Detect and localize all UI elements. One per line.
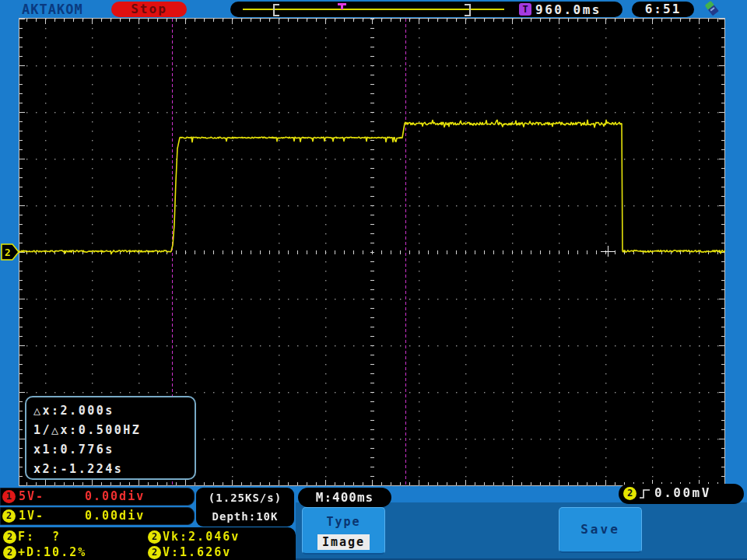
meas-vk: Vk:2.046v — [163, 530, 240, 544]
cursor-x2-value: x2:-1.224s — [33, 460, 195, 479]
sample-rate: (1.25KS/s) — [196, 488, 294, 506]
rising-edge-icon — [639, 488, 651, 500]
meas-vk-badge: 2 — [148, 530, 161, 544]
save-button[interactable]: Save — [559, 507, 642, 553]
cursor-freq-value: 1/△x:0.500HZ — [33, 421, 195, 440]
meas-v-badge: 2 — [148, 546, 161, 559]
oscilloscope-screen: { "header": { "brand": "AKTAKOM", "run_s… — [0, 0, 747, 560]
measurements-box: 2F: ? 2Vk:2.046v 2+D:10.2% 2V:1.626v — [0, 527, 296, 560]
ch1-scale: 5V- — [19, 489, 44, 503]
cursor-dx-value: △x:2.000s — [33, 401, 195, 421]
window-left-bracket-icon — [273, 4, 279, 16]
meas-frequency: F: ? — [18, 530, 61, 544]
memory-depth: Depth:10K — [196, 506, 294, 525]
window-right-bracket-icon — [465, 4, 471, 16]
svg-text:2: 2 — [5, 247, 11, 258]
ch2-badge: 2 — [2, 509, 16, 523]
usb-disk-icon — [702, 0, 722, 18]
trigger-time-value: 960.0ms — [535, 2, 601, 17]
type-button[interactable]: Type Image — [302, 507, 385, 555]
ch2-status-row: 2 1V- 0.00div — [0, 507, 195, 525]
ch1-position: 0.00div — [85, 489, 145, 503]
meas-v: V:1.626v — [163, 545, 231, 559]
trigger-time-icon: T — [519, 3, 531, 16]
trigger-channel-badge: 2 — [623, 487, 637, 500]
clock: 6:51 — [632, 2, 694, 17]
trigger-time-pill: T 960.0ms — [514, 2, 622, 17]
ch2-scale: 1V- — [19, 509, 44, 523]
ch1-status-row: 1 5V- 0.00div — [0, 488, 195, 506]
trigger-position-marker-icon — [341, 5, 343, 9]
ch1-badge: 1 — [2, 490, 16, 503]
type-button-label: Type — [303, 515, 384, 529]
timebase-pill: M:400ms — [298, 488, 391, 507]
ch2-position: 0.00div — [85, 509, 145, 523]
acquisition-info-box: (1.25KS/s) Depth:10K — [196, 488, 294, 527]
trigger-level-value: 0.00mV — [654, 485, 711, 500]
cursor-x1-value: x1:0.776s — [33, 440, 195, 460]
type-button-value: Image — [317, 534, 370, 550]
meas-duty: +D:10.2% — [18, 545, 86, 559]
trigger-status-pill: 2 0.00mV — [619, 484, 744, 504]
meas-f-badge: 2 — [3, 530, 16, 544]
cursor-readout-box: △x:2.000s 1/△x:0.500HZ x1:0.776s x2:-1.2… — [25, 396, 196, 480]
ch2-position-marker[interactable]: 2 — [1, 243, 21, 261]
run-state-badge[interactable]: Stop — [111, 2, 187, 17]
brand-logo: AKTAKOM — [22, 2, 83, 17]
meas-duty-badge: 2 — [3, 546, 16, 559]
